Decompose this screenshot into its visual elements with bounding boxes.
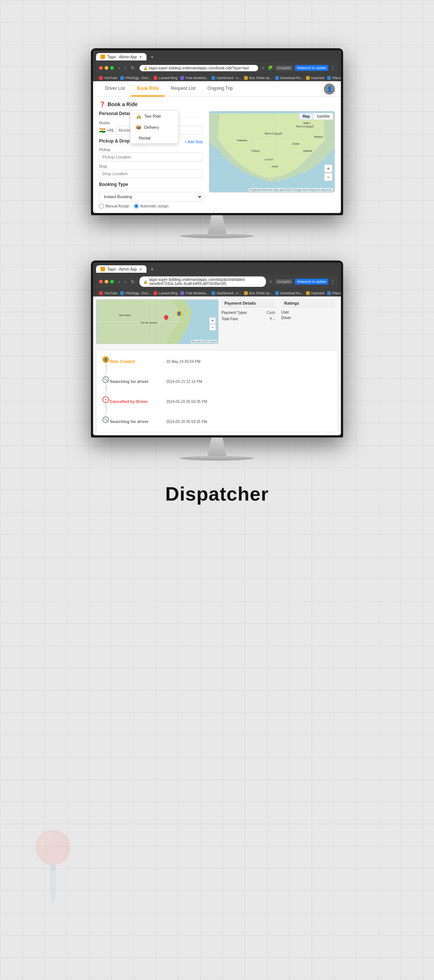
map-tabs-1: Map Satellite: [299, 113, 333, 120]
map-container-1: Map Satellite: [209, 111, 335, 192]
bookmark-bus-2[interactable]: Bus Ticket Ap...: [244, 291, 272, 295]
bookmark-place-2[interactable]: Place Autoco...: [327, 291, 341, 295]
bookmark-imported-2[interactable]: Imported: [306, 291, 324, 295]
dispatcher-title: Dispatcher: [0, 483, 434, 505]
timeline-dot-searching-2: 🔍: [102, 416, 109, 423]
ride-type-dropdown[interactable]: 🚕 Taxi Ride 📦 Delivery Rental: [130, 110, 178, 143]
bookmark-imported[interactable]: Imported: [306, 76, 324, 80]
back-btn-1[interactable]: ‹: [117, 64, 122, 72]
nav-avatar[interactable]: 👤: [324, 83, 335, 95]
tab-close-2[interactable]: ✕: [139, 267, 142, 271]
zoom-out-btn-1[interactable]: −: [324, 173, 332, 181]
auto-assign-option[interactable]: Automatic assign: [134, 204, 169, 208]
browser-actions-1: ☆ 🧩 Incognito Relaunch to update ⋮: [261, 65, 335, 71]
bookmark-download-2[interactable]: Download Pa...: [275, 291, 303, 295]
bookmark-dashboard[interactable]: Dashboard - A...: [211, 76, 241, 80]
dot-yellow-2[interactable]: [105, 280, 108, 283]
dispatch-zoom-in[interactable]: +: [209, 317, 216, 324]
timeline-time-ride-created: 20 May 24 05:59 PM: [166, 358, 200, 364]
refresh-btn-2[interactable]: ↻: [129, 278, 137, 285]
forward-btn-1[interactable]: ›: [123, 64, 128, 72]
menu-icon-2[interactable]: ⋮: [331, 279, 335, 284]
svg-text:கோயம்புத்தூர்: கோயம்புத்தூர்: [265, 132, 282, 135]
location-pin-icon: [163, 314, 170, 321]
ratings-section: Ratings User Driver: [281, 299, 335, 344]
payment-details-title: Payment Details: [221, 299, 275, 307]
bookmark-bootstrap[interactable]: Free Bootstra...: [180, 76, 208, 80]
drop-form-group: Drop: [99, 164, 203, 178]
zoom-in-btn-1[interactable]: +: [324, 164, 332, 173]
bookmark-bootstrap-2[interactable]: Free Bootstra...: [180, 291, 208, 295]
dropdown-taxi-label: Taxi Ride: [144, 114, 161, 118]
dot-green-1[interactable]: [110, 66, 114, 70]
nav-driver-list[interactable]: Driver List: [99, 81, 131, 97]
bookmark-place[interactable]: Place Autoco...: [327, 76, 341, 80]
relaunch-btn-2[interactable]: Relaunch to update: [295, 279, 328, 285]
star-icon-2[interactable]: ☆: [269, 279, 273, 284]
bookmark-favicon-dashboard: [211, 76, 215, 80]
new-tab-btn-2[interactable]: +: [148, 265, 156, 273]
tab-row-2: Tagxi - Admin App ✕ +: [96, 265, 338, 273]
monitor-1: Tagxi - Admin App ✕ + ‹ › ↻: [0, 48, 434, 238]
bookmark-laravel[interactable]: Laravel Blog: [154, 76, 177, 80]
extension-icon[interactable]: 🧩: [267, 65, 273, 70]
dropdown-rental[interactable]: Rental: [130, 133, 178, 143]
dispatch-right: Payment Details Payment Types Cash Total…: [218, 299, 338, 344]
person-on-map-icon: 👤: [176, 311, 182, 316]
bottom-title-section: Dispatcher: [0, 483, 434, 505]
browser-tab-2[interactable]: Tagxi - Admin App ✕: [96, 265, 146, 273]
bookmark-youtube-2[interactable]: YouTube: [99, 291, 117, 295]
refresh-btn-1[interactable]: ↻: [129, 64, 137, 72]
nav-book-ride[interactable]: Book Ride: [131, 81, 165, 97]
dropdown-delivery[interactable]: 📦 Delivery: [130, 122, 178, 133]
address-bar-2[interactable]: 🔒 tagxi-super-bidding.ondemandappc.com/d…: [140, 277, 266, 287]
bookmark-bus[interactable]: Bus Ticket Ap...: [244, 76, 272, 80]
dot-red-2[interactable]: [99, 280, 103, 283]
dropdown-delivery-label: Delivery: [144, 125, 159, 129]
browser-tab-1[interactable]: Tagxi - Admin App ✕: [96, 53, 146, 60]
bookmark-download[interactable]: Download Pa...: [275, 76, 303, 80]
monitor-screen-2: Tagxi - Admin App ✕ + ‹ › ↻: [91, 261, 343, 438]
tab-row-1: Tagxi - Admin App ✕ +: [96, 53, 338, 61]
back-btn-2[interactable]: ‹: [117, 278, 122, 285]
pickup-input[interactable]: [99, 153, 203, 161]
payment-section: Payment Details Payment Types Cash Total…: [221, 299, 275, 344]
dispatch-top-content: Rio de Janeiro Sáo Paulo 👤: [93, 296, 341, 347]
timeline-line-3: [107, 404, 107, 411]
incognito-badge-2: Incognito: [275, 279, 293, 284]
dot-yellow-1[interactable]: [105, 66, 108, 70]
monitor-stand-1: [199, 215, 235, 234]
svg-text:Sáo Paulo: Sáo Paulo: [119, 314, 131, 317]
map-tab-map[interactable]: Map: [299, 113, 313, 120]
dispatch-zoom-out[interactable]: −: [209, 324, 216, 331]
drop-input[interactable]: [99, 169, 203, 178]
bookmark-pngegg-2[interactable]: PNGEgg - Excl...: [120, 291, 151, 295]
map-tab-satellite[interactable]: Satellite: [313, 113, 333, 120]
new-tab-btn-1[interactable]: +: [148, 53, 156, 61]
forward-btn-2[interactable]: ›: [123, 278, 128, 285]
dropdown-taxi[interactable]: 🚕 Taxi Ride: [130, 111, 178, 122]
add-stop-link[interactable]: + Add Stop: [185, 140, 203, 144]
bookmark-youtube[interactable]: YouTube: [99, 76, 117, 80]
relaunch-btn-1[interactable]: Relaunch to update: [295, 65, 328, 71]
manual-assign-option[interactable]: Manual Assign: [99, 204, 129, 208]
searching-text-2: Searching for driver: [110, 419, 149, 424]
manual-assign-label: Manual Assign: [105, 204, 129, 208]
bookmark-pngegg[interactable]: PNGEgg - Excl...: [120, 76, 151, 80]
nav-ongoing-trip[interactable]: Ongoing Trip: [202, 81, 239, 97]
star-icon[interactable]: ☆: [261, 65, 265, 70]
dot-green-2[interactable]: [110, 280, 114, 283]
nav-request-list[interactable]: Request List: [165, 81, 202, 97]
app-content-1: Driver List Book Ride Request List Ongoi…: [93, 81, 341, 213]
auto-assign-radio[interactable]: [134, 204, 139, 208]
bookmark-favicon-laravel-2: [154, 291, 157, 295]
address-bar-1[interactable]: 🔒 tagxi-super-bidding.ondemandappc.com/b…: [140, 65, 258, 71]
booking-type-select[interactable]: Instant Booking Schedule Booking: [99, 192, 203, 202]
dot-red-1[interactable]: [99, 66, 103, 70]
bookmark-laravel-2[interactable]: Laravel Blog: [154, 291, 177, 295]
tab-close-1[interactable]: ✕: [139, 55, 142, 59]
manual-assign-radio[interactable]: [99, 204, 104, 208]
browser-bar-1: Tagxi - Admin App ✕ + ‹ › ↻: [93, 51, 341, 81]
menu-icon-1[interactable]: ⋮: [331, 65, 335, 70]
bookmark-dashboard-2[interactable]: Dashboard - A...: [211, 291, 241, 295]
